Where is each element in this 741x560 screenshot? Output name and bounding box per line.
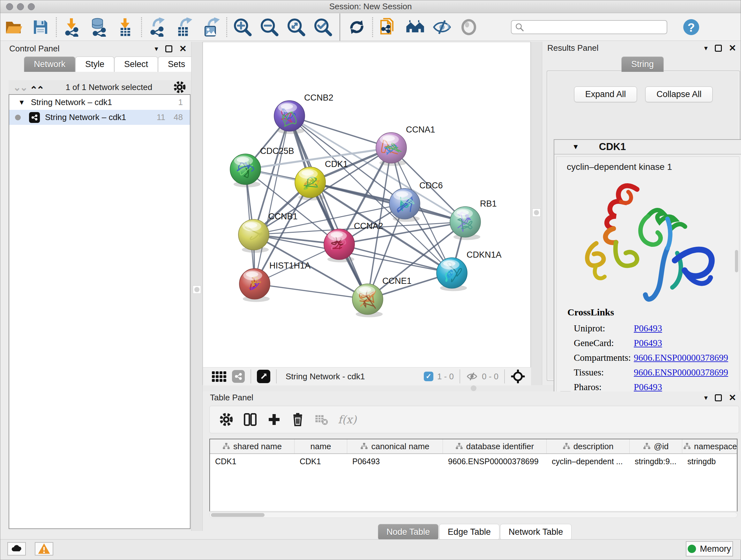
node-label-RB1: RB1	[480, 199, 497, 208]
node-table: shared namenamecanonical namedatabase id…	[209, 439, 738, 511]
open-session-button[interactable]	[0, 16, 27, 38]
network-options-gear-icon[interactable]	[173, 81, 186, 94]
column-header-namespace[interactable]: namespace	[682, 439, 738, 453]
crosslink-uniprot-[interactable]: P06493	[634, 323, 662, 334]
delete-column-icon[interactable]	[291, 413, 305, 427]
toolbar-separator	[340, 13, 340, 41]
show-columns-icon[interactable]	[243, 412, 258, 427]
zoom-selected-button[interactable]	[310, 16, 336, 38]
expander-icon[interactable]: ▼	[572, 143, 579, 151]
import-table-from-file-button[interactable]	[112, 16, 139, 38]
tab-network[interactable]: Network	[24, 57, 75, 72]
tab-style[interactable]: Style	[75, 57, 114, 72]
search-input[interactable]	[524, 23, 667, 32]
table-hscrollbar[interactable]	[209, 512, 738, 518]
network-list-toolbar: ⌄⌄ ⌄⌄ 1 of 1 Network selected	[9, 80, 191, 94]
expander-icon[interactable]: ▼	[18, 98, 25, 107]
panel-close-icon[interactable]: ✕	[179, 44, 187, 53]
import-network-from-file-button[interactable]	[59, 16, 85, 38]
protein-header[interactable]: ▼ CDK1	[554, 140, 741, 154]
show-all-button[interactable]	[455, 16, 482, 38]
panel-menu-icon[interactable]: ▾	[704, 394, 708, 401]
add-column-icon[interactable]	[267, 413, 281, 427]
expand-all-networks-icon[interactable]: ⌄⌄	[31, 84, 44, 95]
column-header--id[interactable]: @id	[630, 439, 682, 453]
export-network-button[interactable]	[144, 16, 171, 38]
tab-string[interactable]: String	[621, 57, 664, 72]
crosslink-tissues-[interactable]: 9606.ENSP00000378699	[634, 367, 728, 378]
edge-CCNB2-CCNE1[interactable]	[289, 116, 367, 299]
zoom-fit-button[interactable]	[283, 16, 310, 38]
column-header-canonical-name[interactable]: canonical name	[347, 439, 443, 453]
collapse-all-button[interactable]: Collapse All	[645, 86, 713, 102]
tab-sets[interactable]: Sets	[158, 57, 195, 72]
tab-select[interactable]: Select	[114, 57, 158, 72]
edge-HIST1H1A-CCNE1[interactable]	[255, 284, 367, 299]
string-view-icon[interactable]	[232, 370, 245, 383]
column-header-database-identifier[interactable]: database identifier	[443, 439, 547, 453]
panel-close-icon[interactable]: ✕	[729, 44, 736, 53]
save-session-button[interactable]	[27, 16, 54, 38]
node-CDKN1A[interactable]: CDKN1A	[436, 250, 502, 291]
table-row[interactable]: CDK1CDK1P064939606.ENSP00000378699cyclin…	[210, 454, 737, 469]
home-button[interactable]	[402, 16, 428, 38]
panel-menu-icon[interactable]: ▾	[704, 45, 708, 52]
expand-all-button[interactable]: Expand All	[574, 86, 637, 102]
cloud-status-button[interactable]	[7, 542, 26, 556]
export-image-button[interactable]	[198, 16, 224, 38]
refresh-button[interactable]	[343, 16, 370, 38]
panel-float-icon[interactable]	[165, 45, 172, 52]
import-network-from-database-button[interactable]	[85, 16, 112, 38]
results-vscroll-thumb[interactable]	[735, 250, 738, 272]
column-header-name[interactable]: name	[294, 439, 347, 453]
panel-close-icon[interactable]: ✕	[729, 393, 736, 402]
panel-menu-icon[interactable]: ▾	[154, 45, 158, 52]
network-canvas[interactable]: CCNB2CCNA1CDC25BCDK1CDC6RB1CCNB1CCNA2CDK…	[203, 42, 531, 367]
export-table-button[interactable]	[171, 16, 198, 38]
view-grid-icon[interactable]	[212, 371, 226, 382]
node-HIST1H1A[interactable]: HIST1H1A	[239, 261, 311, 302]
table-options-gear-icon[interactable]	[219, 413, 233, 427]
panel-float-icon[interactable]	[715, 394, 722, 401]
node-RB1[interactable]: RB1	[450, 199, 497, 240]
birdseye-view-icon[interactable]	[257, 370, 270, 383]
right-splitter-grip[interactable]	[532, 208, 541, 217]
panel-float-icon[interactable]	[715, 45, 722, 52]
left-splitter[interactable]	[191, 42, 203, 531]
search-field-container	[511, 20, 667, 34]
tab-node-table[interactable]: Node Table	[378, 524, 439, 540]
zoom-in-button[interactable]	[229, 16, 256, 38]
crosslinks-title: CrossLinks	[567, 307, 739, 318]
collapse-all-networks-icon[interactable]: ⌄⌄	[13, 82, 26, 93]
edge-CCNB2-CCNA1[interactable]	[289, 116, 391, 148]
fit-selected-crosshair-icon[interactable]	[511, 369, 525, 384]
zoom-out-button[interactable]	[256, 16, 283, 38]
table-hscroll-thumb[interactable]	[211, 513, 265, 517]
left-splitter-grip[interactable]	[193, 286, 201, 294]
node-CCNA1[interactable]: CCNA1	[376, 125, 435, 166]
tab-network-table[interactable]: Network Table	[500, 524, 572, 540]
import-public-databases-button[interactable]	[375, 16, 402, 38]
hierarchy-icon	[222, 442, 230, 450]
memory-button[interactable]: Memory	[686, 541, 733, 557]
network-row-selected[interactable]: String Network – cdk1 11 48	[9, 110, 190, 125]
selected-checkbox-icon[interactable]: ✓	[424, 372, 433, 381]
warnings-button[interactable]	[35, 542, 53, 556]
network-collection-row[interactable]: ▼ String Network – cdk1 1	[9, 95, 190, 110]
right-splitter[interactable]	[531, 42, 542, 386]
table-panel: Table Panel ▾ ✕ f(x) shared namenamecano…	[205, 391, 741, 540]
node-CCNE1[interactable]: CCNE1	[352, 276, 412, 317]
hide-selected-button[interactable]	[428, 16, 455, 38]
horizontal-splitter-grip[interactable]	[471, 385, 476, 391]
protein-panel: ▼ CDK1 cyclin–dependent kinase 1	[554, 139, 741, 398]
node-CDC6[interactable]: CDC6	[389, 181, 443, 222]
column-header-shared-name[interactable]: shared name	[210, 439, 294, 453]
crosslink-pharos-[interactable]: P06493	[634, 382, 662, 392]
node-CCNB2[interactable]: CCNB2	[274, 93, 333, 134]
crosslink-compartments-[interactable]: 9606.ENSP00000378699	[634, 353, 728, 363]
help-button[interactable]: ?	[683, 18, 700, 36]
crosslink-genecard-[interactable]: P06493	[634, 338, 662, 348]
column-header-description[interactable]: description	[547, 439, 630, 453]
tab-edge-table[interactable]: Edge Table	[439, 524, 499, 540]
crosslink-label: Pharos:	[574, 382, 633, 392]
